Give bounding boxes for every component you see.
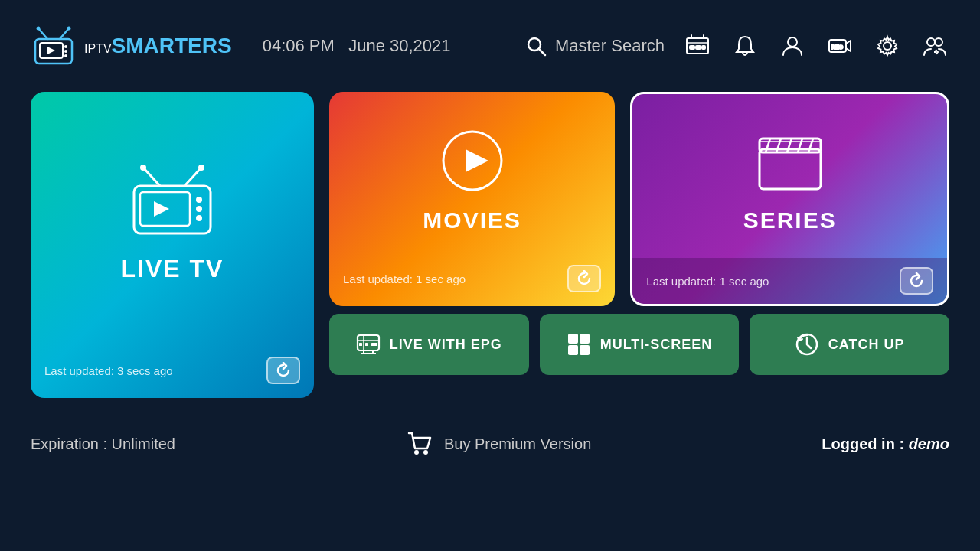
svg-line-27 — [143, 168, 160, 186]
live-with-epg-button[interactable]: LIVE WITH EPG — [329, 314, 529, 375]
search-icon — [524, 34, 547, 57]
svg-rect-51 — [365, 343, 368, 346]
switch-user-icon — [923, 34, 947, 58]
svg-point-30 — [198, 165, 204, 171]
rec-icon: REC — [828, 34, 852, 58]
logo-icon — [31, 25, 77, 67]
bell-icon — [733, 34, 757, 58]
series-refresh-button[interactable] — [900, 267, 933, 295]
main-content: LIVE TV Last updated: 3 secs ago MOVIES — [0, 92, 980, 413]
live-tv-footer: Last updated: 3 secs ago — [44, 357, 300, 384]
svg-point-61 — [414, 450, 419, 455]
epg-icon-button[interactable] — [683, 31, 712, 60]
catch-up-label: CATCH UP — [828, 337, 905, 353]
cart-icon — [406, 430, 433, 458]
movies-footer: Last updated: 1 sec ago — [343, 265, 601, 292]
svg-point-34 — [196, 197, 202, 203]
svg-point-7 — [64, 45, 67, 48]
series-update: Last updated: 1 sec ago — [646, 275, 769, 288]
logo-smarters: SMARTERS — [112, 34, 232, 57]
gear-icon — [875, 34, 900, 58]
multi-screen-icon — [567, 332, 591, 357]
logo-area: IPTVSMARTERS — [31, 25, 232, 67]
live-tv-card[interactable]: LIVE TV Last updated: 3 secs ago — [31, 92, 314, 398]
live-epg-label: LIVE WITH EPG — [390, 337, 502, 353]
svg-marker-38 — [466, 149, 488, 172]
movies-card[interactable]: MOVIES Last updated: 1 sec ago — [329, 92, 615, 306]
svg-point-23 — [884, 42, 891, 50]
svg-rect-17 — [696, 46, 701, 49]
logo-text: IPTVSMARTERS — [84, 34, 232, 58]
svg-point-9 — [64, 54, 67, 57]
svg-point-25 — [935, 38, 942, 46]
header: IPTVSMARTERS 04:06 PM June 30,2021 Maste… — [0, 0, 980, 92]
svg-point-62 — [423, 450, 428, 455]
buy-premium-button[interactable]: Buy Premium Version — [406, 430, 591, 458]
multi-screen-label: MULTI-SCREEN — [600, 337, 713, 353]
svg-rect-52 — [371, 343, 377, 346]
header-right: Master Search — [524, 31, 949, 60]
svg-rect-59 — [580, 345, 590, 355]
svg-line-1 — [60, 28, 69, 39]
movies-refresh-button[interactable] — [567, 265, 601, 292]
movies-title: MOVIES — [423, 207, 521, 233]
series-card[interactable]: SERIES Last updated: 1 sec ago — [630, 92, 949, 306]
date-display: June 30,2021 — [348, 36, 450, 55]
svg-rect-18 — [702, 46, 705, 49]
svg-point-2 — [37, 26, 41, 30]
svg-rect-56 — [568, 334, 578, 344]
epg-icon — [685, 34, 710, 58]
bottom-buttons: LIVE WITH EPG MULTI-SCREEN CAT — [329, 314, 949, 375]
search-bar[interactable]: Master Search — [524, 34, 665, 57]
svg-marker-33 — [154, 201, 169, 217]
svg-rect-58 — [568, 345, 578, 355]
svg-point-3 — [67, 26, 71, 30]
catch-up-button[interactable]: CATCH UP — [750, 314, 949, 375]
svg-line-0 — [38, 28, 47, 39]
logged-in-user: demo — [909, 435, 949, 452]
svg-point-8 — [64, 50, 67, 53]
svg-text:REC: REC — [831, 44, 843, 50]
series-icon — [752, 126, 828, 195]
live-tv-title: LIVE TV — [121, 255, 224, 283]
svg-point-36 — [196, 215, 202, 221]
live-tv-refresh-button[interactable] — [266, 357, 300, 384]
live-tv-update: Last updated: 3 secs ago — [44, 364, 173, 377]
datetime: 04:06 PM June 30,2021 — [263, 36, 451, 56]
movies-icon — [438, 126, 507, 195]
time-display: 04:06 PM — [263, 36, 335, 55]
footer: Expiration : Unlimited Buy Premium Versi… — [0, 413, 980, 474]
series-title: SERIES — [743, 207, 837, 233]
multi-screen-button[interactable]: MULTI-SCREEN — [540, 314, 740, 375]
logged-in-label: Logged in : — [822, 435, 904, 452]
svg-line-28 — [185, 168, 201, 186]
live-epg-icon — [356, 332, 381, 357]
top-cards: MOVIES Last updated: 1 sec ago — [329, 92, 949, 306]
svg-point-29 — [140, 165, 146, 171]
logged-in-info: Logged in : demo — [822, 435, 949, 453]
svg-point-24 — [927, 38, 935, 46]
svg-rect-16 — [690, 46, 694, 49]
search-label: Master Search — [555, 36, 665, 56]
svg-rect-57 — [580, 334, 590, 344]
switch-user-button[interactable] — [920, 31, 949, 60]
right-column: MOVIES Last updated: 1 sec ago — [329, 92, 949, 375]
catch-up-icon — [795, 332, 819, 357]
record-button[interactable]: REC — [825, 31, 854, 60]
logo-iptv: IPTV — [84, 42, 112, 55]
svg-marker-6 — [47, 47, 55, 54]
notification-bell-button[interactable] — [730, 31, 760, 60]
movies-update: Last updated: 1 sec ago — [343, 272, 466, 285]
live-tv-icon — [126, 161, 218, 241]
user-profile-button[interactable] — [778, 31, 807, 60]
svg-rect-50 — [359, 343, 362, 346]
svg-line-11 — [539, 49, 545, 55]
series-footer: Last updated: 1 sec ago — [632, 258, 947, 304]
user-icon — [780, 34, 805, 58]
svg-point-35 — [196, 206, 202, 212]
svg-rect-39 — [760, 149, 821, 189]
svg-point-19 — [788, 37, 797, 47]
settings-button[interactable] — [873, 31, 902, 60]
expiration-text: Expiration : Unlimited — [31, 435, 175, 453]
buy-premium-label: Buy Premium Version — [444, 435, 591, 453]
